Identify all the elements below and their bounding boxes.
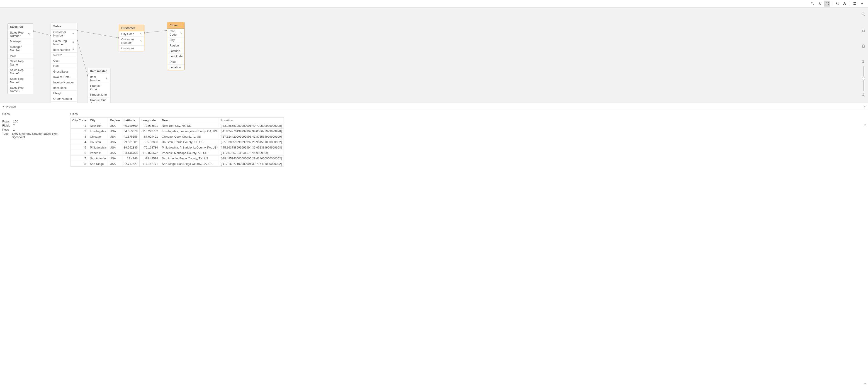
field-name: City: [169, 38, 175, 42]
svg-rect-49: [863, 30, 865, 32]
scroll-down-icon[interactable]: [864, 383, 866, 384]
column-header[interactable]: Location: [219, 118, 284, 123]
table-field[interactable]: Manager: [8, 39, 33, 44]
data-model-canvas[interactable]: Sales rep Sales Rep NumberManagerManager…: [0, 7, 868, 103]
lock-icon[interactable]: [861, 27, 866, 33]
table-field[interactable]: Sales Rep Name1: [8, 67, 33, 76]
table-field[interactable]: City Code: [167, 29, 184, 37]
table-cell: San Diego, San Diego County, CA, US: [160, 161, 219, 167]
table-field[interactable]: Product Group: [88, 83, 110, 92]
collapse-expand-icon[interactable]: [817, 1, 823, 7]
zoom-fit-icon[interactable]: [809, 1, 816, 7]
field-name: Sales Rep Name1: [10, 68, 31, 75]
table-field[interactable]: Latitude: [167, 48, 184, 54]
field-name: GrossSales: [53, 70, 68, 73]
table-field[interactable]: Longitude: [167, 54, 184, 59]
table-field[interactable]: Product Sub Group: [88, 97, 110, 103]
table-cell: Philadelphia: [88, 145, 108, 150]
table-field[interactable]: Location: [167, 65, 184, 70]
table-row[interactable]: 2Los AngelesUSA34.053678-118.242702Los A…: [70, 128, 284, 134]
home-icon[interactable]: [861, 43, 866, 49]
zoom-slider[interactable]: [863, 66, 864, 91]
table-header[interactable]: Cities: [167, 22, 184, 29]
table-field[interactable]: City Code: [119, 31, 144, 37]
key-icon: [105, 77, 108, 80]
table-cell: 7: [70, 156, 88, 161]
table-field[interactable]: Margin: [51, 91, 77, 96]
table-cell: 6: [70, 150, 88, 156]
table-field[interactable]: Sales Rep Number: [51, 38, 77, 47]
table-header[interactable]: Sales: [51, 23, 77, 29]
zoom-slider-thumb[interactable]: [862, 77, 865, 80]
fit-screen-icon[interactable]: [824, 1, 830, 7]
table-field[interactable]: Cost: [51, 58, 77, 63]
table-field[interactable]: Product Line: [88, 92, 110, 97]
table-row[interactable]: 8San DiegoUSA32.717421-117.162771San Die…: [70, 161, 284, 167]
top-toolbar: [0, 0, 868, 7]
scroll-up-icon[interactable]: [864, 124, 866, 125]
table-header[interactable]: Item master: [88, 68, 110, 75]
table-header[interactable]: Customer: [119, 25, 144, 31]
preview-header[interactable]: Preview: [0, 103, 868, 110]
zoom-out-icon[interactable]: [861, 92, 866, 98]
chevron-down-icon[interactable]: [859, 1, 865, 7]
table-field[interactable]: Customer Number: [119, 37, 144, 46]
table-row[interactable]: 5PhiladelphiaUSA39.952335-75.163789Phila…: [70, 145, 284, 150]
field-name: Item Number: [90, 75, 103, 82]
table-row[interactable]: 6PhoenixUSA33.446768-112.075672Phoenix, …: [70, 150, 284, 156]
table-field[interactable]: Invoice Date: [51, 75, 77, 80]
table-node-cities[interactable]: Cities City CodeCityRegionLatitudeLongit…: [167, 22, 185, 70]
table-field[interactable]: Date: [51, 63, 77, 69]
column-header[interactable]: Desc: [160, 118, 219, 123]
table-field[interactable]: Order Number: [51, 96, 77, 101]
table-field[interactable]: Sales Rep Name3: [8, 85, 33, 94]
svg-point-47: [862, 13, 864, 15]
table-field[interactable]: GrossSales: [51, 69, 77, 75]
table-field[interactable]: Path: [8, 53, 33, 59]
table-header[interactable]: Sales rep: [8, 24, 33, 30]
table-field[interactable]: Manager Number: [8, 44, 33, 53]
table-row[interactable]: 3ChicagoUSA41.875555-87.624421Chicago, C…: [70, 134, 284, 140]
zoom-in-icon[interactable]: [861, 59, 866, 65]
table-row[interactable]: 1New YorkUSA40.730599-73.986581New York …: [70, 123, 284, 128]
field-name: Item Number: [53, 48, 70, 52]
table-node-salesrep[interactable]: Sales rep Sales Rep NumberManagerManager…: [7, 23, 33, 94]
column-header[interactable]: Region: [108, 118, 122, 123]
layout-bubbles-icon[interactable]: [834, 1, 841, 7]
table-field[interactable]: Promised Delivery Date: [51, 101, 77, 103]
column-header[interactable]: City: [88, 118, 108, 123]
table-field[interactable]: Sales Rep Number: [8, 30, 33, 39]
field-name: Item Desc: [53, 86, 67, 90]
table-row[interactable]: 7San AntonioUSA29.4246-98.49514San Anton…: [70, 156, 284, 161]
table-field[interactable]: Sales Rep Name2: [8, 76, 33, 85]
search-icon[interactable]: [861, 11, 866, 17]
table-field[interactable]: Invoice Number: [51, 80, 77, 85]
layout-grid-icon[interactable]: [852, 1, 858, 7]
table-field[interactable]: Sales Rep Name: [8, 59, 33, 67]
table-cell: San Diego: [88, 161, 108, 167]
table-cell: -75.163789: [140, 145, 160, 150]
column-header[interactable]: City Code: [70, 118, 88, 123]
field-name: Order Number: [53, 97, 72, 100]
key-icon: [72, 32, 75, 35]
table-cell: Los Angeles, Los Angeles County, CA, US: [160, 128, 219, 134]
table-cell: Phoenix: [88, 150, 108, 156]
svg-rect-5: [843, 4, 844, 5]
table-field[interactable]: Customer: [119, 46, 144, 51]
collapse-icon[interactable]: [864, 105, 866, 108]
table-node-itemmaster[interactable]: Item master Item NumberProduct GroupProd…: [88, 68, 111, 103]
table-field[interactable]: Region: [167, 43, 184, 48]
table-row[interactable]: 4HoustonUSA29.981501-95.53836Houston, Ha…: [70, 140, 284, 145]
column-header[interactable]: Longitude: [140, 118, 160, 123]
table-node-sales[interactable]: Sales Customer NumberSales Rep NumberIte…: [51, 23, 77, 103]
table-field[interactable]: Desc: [167, 59, 184, 65]
table-field[interactable]: Item Number: [51, 47, 77, 53]
table-field[interactable]: Item Number: [88, 75, 110, 83]
table-field[interactable]: City: [167, 37, 184, 43]
table-field[interactable]: %KEY: [51, 53, 77, 58]
table-field[interactable]: Item Desc: [51, 85, 77, 91]
table-node-customer[interactable]: Customer City CodeCustomer NumberCustome…: [119, 25, 145, 51]
column-header[interactable]: Latitude: [122, 118, 140, 123]
layout-tree-icon[interactable]: [841, 1, 848, 7]
table-field[interactable]: Customer Number: [51, 29, 77, 38]
